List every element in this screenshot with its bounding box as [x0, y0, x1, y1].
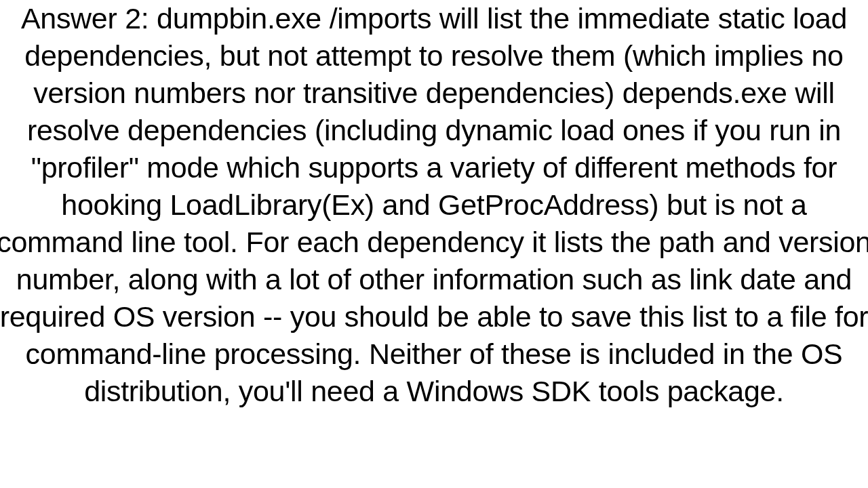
text-container: Answer 2: dumpbin.exe /imports will list… [0, 0, 868, 488]
answer-text: Answer 2: dumpbin.exe /imports will list… [0, 0, 868, 410]
